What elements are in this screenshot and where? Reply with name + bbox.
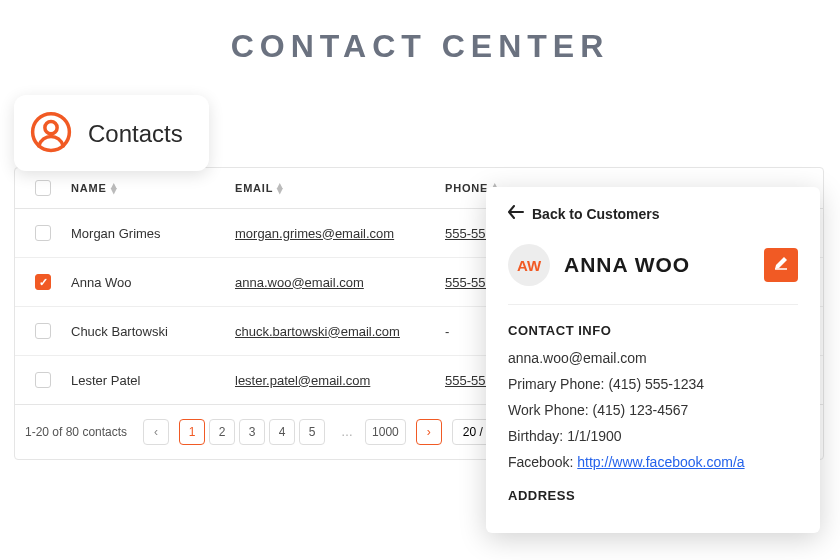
contact-info-heading: CONTACT INFO — [508, 323, 798, 338]
cell-name: Anna Woo — [71, 275, 235, 290]
sort-icon: ▴▾ — [111, 183, 118, 194]
contact-facebook: Facebook: http://www.facebook.com/a — [508, 454, 798, 470]
column-header-name[interactable]: NAME▴▾ — [71, 182, 235, 194]
facebook-link[interactable]: http://www.facebook.com/a — [577, 454, 744, 470]
email-link[interactable]: lester.patel@email.com — [235, 373, 370, 388]
row-checkbox[interactable] — [35, 372, 51, 388]
pagination-page[interactable]: 5 — [299, 419, 325, 445]
column-header-email[interactable]: EMAIL▴▾ — [235, 182, 445, 194]
contacts-header-card: Contacts — [14, 95, 209, 171]
select-all-checkbox[interactable] — [35, 180, 51, 196]
contact-birthday: Birthday: 1/1/1900 — [508, 428, 798, 444]
cell-name: Lester Patel — [71, 373, 235, 388]
cell-email: lester.patel@email.com — [235, 373, 445, 388]
pagination-page[interactable]: 2 — [209, 419, 235, 445]
email-link[interactable]: chuck.bartowski@email.com — [235, 324, 400, 339]
email-link[interactable]: anna.woo@email.com — [235, 275, 364, 290]
edit-button[interactable] — [764, 248, 798, 282]
pagination-page[interactable]: 3 — [239, 419, 265, 445]
email-link[interactable]: morgan.grimes@email.com — [235, 226, 394, 241]
cell-email: morgan.grimes@email.com — [235, 226, 445, 241]
contact-name: ANNA WOO — [564, 253, 750, 277]
sort-icon: ▴▾ — [277, 183, 284, 194]
pagination-summary: 1-20 of 80 contacts — [25, 425, 127, 439]
pencil-icon — [773, 255, 789, 275]
pagination-page[interactable]: 4 — [269, 419, 295, 445]
cell-email: chuck.bartowski@email.com — [235, 324, 445, 339]
pagination-next[interactable]: › — [416, 419, 442, 445]
back-label: Back to Customers — [532, 206, 660, 222]
pagination-page[interactable]: 1 — [179, 419, 205, 445]
address-heading: ADDRESS — [508, 488, 798, 503]
row-checkbox[interactable] — [35, 323, 51, 339]
contacts-icon — [30, 111, 72, 157]
row-checkbox[interactable] — [35, 274, 51, 290]
back-to-customers[interactable]: Back to Customers — [508, 205, 798, 222]
contacts-label: Contacts — [88, 120, 183, 148]
contact-primary-phone: Primary Phone: (415) 555-1234 — [508, 376, 798, 392]
arrow-left-icon — [508, 205, 524, 222]
contact-work-phone: Work Phone: (415) 123-4567 — [508, 402, 798, 418]
cell-email: anna.woo@email.com — [235, 275, 445, 290]
contact-email: anna.woo@email.com — [508, 350, 798, 366]
pagination-ellipsis: … — [339, 425, 355, 439]
cell-name: Morgan Grimes — [71, 226, 235, 241]
pagination-last[interactable]: 1000 — [365, 419, 406, 445]
page-title: CONTACT CENTER — [0, 28, 840, 65]
pagination-prev[interactable]: ‹ — [143, 419, 169, 445]
svg-point-1 — [45, 122, 57, 134]
divider — [508, 304, 798, 305]
avatar: AW — [508, 244, 550, 286]
contact-detail-panel: Back to Customers AW ANNA WOO CONTACT IN… — [486, 187, 820, 533]
cell-name: Chuck Bartowski — [71, 324, 235, 339]
row-checkbox[interactable] — [35, 225, 51, 241]
